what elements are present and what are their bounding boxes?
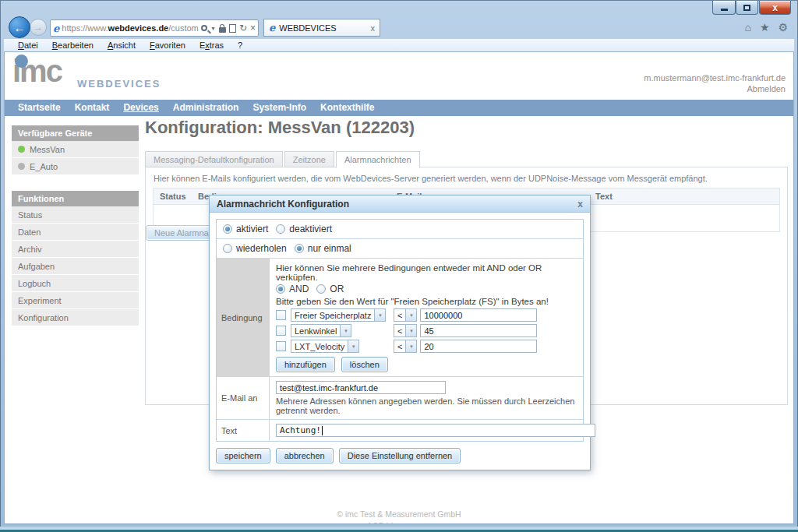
condition-checkbox[interactable] bbox=[276, 341, 286, 351]
tab-zeitzone[interactable]: Zeitzone bbox=[284, 151, 334, 167]
status-dot-green bbox=[18, 146, 25, 153]
menu-help[interactable]: ? bbox=[231, 41, 249, 50]
menu-extras[interactable]: Extras bbox=[192, 41, 231, 50]
search-dropdown-icon[interactable]: ▼ bbox=[210, 26, 216, 31]
radio-nur-einmal[interactable]: nur einmal bbox=[295, 243, 351, 254]
col-status: Status bbox=[154, 188, 192, 204]
close-icon: x bbox=[772, 2, 778, 13]
browser-forward-button[interactable]: → bbox=[30, 19, 47, 36]
chevron-down-icon[interactable]: ▼ bbox=[340, 325, 351, 336]
col-text: Text bbox=[589, 188, 779, 204]
compatibility-view-icon[interactable] bbox=[229, 24, 236, 33]
menu-ansicht[interactable]: Ansicht bbox=[101, 41, 143, 50]
lock-icon bbox=[219, 27, 226, 33]
url-text[interactable]: https://www.webdevices.de/customer/d bbox=[62, 23, 199, 33]
sidebar-item-daten[interactable]: Daten bbox=[12, 224, 139, 241]
text-input[interactable]: Achtung! bbox=[276, 424, 595, 437]
cancel-button[interactable]: abbrechen bbox=[276, 448, 334, 463]
channel-select[interactable]: Lenkwinkel▼ bbox=[291, 324, 351, 337]
menu-favoriten[interactable]: Favoriten bbox=[143, 41, 192, 50]
nav-system-info[interactable]: System-Info bbox=[245, 100, 313, 116]
menu-datei[interactable]: Datei bbox=[11, 41, 45, 50]
dialog-close-icon[interactable]: x bbox=[577, 199, 583, 210]
condition-checkbox[interactable] bbox=[276, 310, 286, 320]
window-minimize-button[interactable] bbox=[712, 1, 736, 15]
sidebar-item-konfiguration[interactable]: Konfiguration bbox=[12, 309, 139, 326]
sidebar-device-messvan[interactable]: MessVan bbox=[12, 141, 139, 158]
add-condition-button[interactable]: hinzufügen bbox=[276, 357, 335, 372]
nav-kontakt[interactable]: Kontakt bbox=[68, 100, 117, 116]
dialog-titlebar[interactable]: Alarmnachricht Konfiguration x bbox=[210, 196, 590, 213]
radio-icon[interactable] bbox=[223, 224, 232, 234]
channel-select[interactable]: Freier Speicherplatz▼ bbox=[291, 308, 386, 322]
tab-favicon: e bbox=[269, 23, 275, 33]
sidebar-devices-header: Verfügbare Geräte bbox=[12, 125, 139, 141]
radio-icon[interactable] bbox=[276, 284, 285, 294]
menu-bar: Datei Bearbeiten Ansicht Favoriten Extra… bbox=[4, 39, 794, 51]
browser-tab[interactable]: e WEBDEVICES x bbox=[263, 19, 380, 37]
radio-or[interactable]: OR bbox=[316, 284, 344, 294]
operator-select[interactable]: <▼ bbox=[394, 324, 417, 337]
sidebar-item-archiv[interactable]: Archiv bbox=[12, 241, 139, 258]
email-label: E-Mail an bbox=[217, 377, 270, 419]
window-maximize-button[interactable] bbox=[736, 1, 758, 15]
chevron-down-icon[interactable]: ▼ bbox=[405, 309, 416, 321]
home-icon[interactable]: ⌂ bbox=[744, 21, 750, 33]
sidebar-functions-header: Funktionen bbox=[12, 191, 139, 206]
radio-icon[interactable] bbox=[295, 244, 304, 253]
radio-icon[interactable] bbox=[316, 284, 326, 294]
value-input[interactable]: 20 bbox=[420, 340, 537, 353]
operator-select[interactable]: <▼ bbox=[394, 340, 417, 353]
browser-back-button[interactable]: ← bbox=[9, 16, 30, 38]
radio-aktiviert[interactable]: aktiviert bbox=[223, 224, 268, 234]
alarm-config-dialog: Alarmnachricht Konfiguration x aktiviert… bbox=[209, 195, 591, 470]
radio-deaktiviert[interactable]: deaktiviert bbox=[276, 224, 332, 234]
delete-condition-button[interactable]: löschen bbox=[341, 357, 388, 372]
sidebar-device-eauto[interactable]: E_Auto bbox=[12, 158, 139, 175]
radio-icon[interactable] bbox=[276, 224, 285, 234]
dialog-title: Alarmnachricht Konfiguration bbox=[217, 199, 349, 210]
tab-alarmnachrichten[interactable]: Alarmnachrichten bbox=[336, 151, 420, 168]
tab-title: WEBDEVICES bbox=[279, 23, 336, 33]
logout-link[interactable]: Abmelden bbox=[644, 83, 786, 94]
chevron-down-icon[interactable]: ▼ bbox=[374, 309, 385, 321]
nav-kontexthilfe[interactable]: Kontexthilfe bbox=[313, 100, 381, 116]
condition-checkbox[interactable] bbox=[276, 326, 286, 336]
chevron-down-icon[interactable]: ▼ bbox=[348, 340, 358, 352]
value-input[interactable]: 10000000 bbox=[420, 308, 537, 322]
channel-select[interactable]: LXT_Velocity▼ bbox=[291, 340, 359, 353]
address-bar[interactable]: e https://www.webdevices.de/customer/d ▼… bbox=[50, 19, 259, 37]
sidebar-item-logbuch[interactable]: Logbuch bbox=[12, 275, 139, 292]
tab-messaging-defaultkonfiguration[interactable]: Messaging-Defaultkonfiguration bbox=[145, 151, 283, 167]
nav-startseite[interactable]: Startseite bbox=[11, 100, 68, 116]
page-title: Konfiguration: MessVan (122203) bbox=[145, 118, 415, 138]
refresh-icon[interactable]: ↻ bbox=[239, 23, 247, 33]
sidebar-item-experiment[interactable]: Experiment bbox=[12, 292, 139, 309]
chevron-down-icon[interactable]: ▼ bbox=[405, 340, 416, 352]
condition-hint-2: Bitte geben Sie den Wert für "Freien Spe… bbox=[276, 297, 577, 306]
remove-setting-button[interactable]: Diese Einstellung entfernen bbox=[339, 448, 461, 463]
favorites-star-icon[interactable]: ★ bbox=[760, 21, 770, 33]
product-name: WEBDEVICES bbox=[77, 78, 161, 90]
nav-administration[interactable]: Administration bbox=[166, 100, 246, 116]
imc-logo[interactable]: imc bbox=[12, 55, 62, 86]
tab-close-icon[interactable]: x bbox=[371, 23, 376, 33]
footer-links[interactable]: AGB | Impressum bbox=[5, 520, 793, 524]
menu-bearbeiten[interactable]: Bearbeiten bbox=[45, 41, 101, 50]
operator-select[interactable]: <▼ bbox=[394, 308, 417, 322]
gear-icon[interactable]: ⚙ bbox=[778, 21, 788, 33]
save-button[interactable]: speichern bbox=[216, 448, 270, 463]
radio-icon[interactable] bbox=[223, 244, 232, 253]
stop-icon[interactable]: × bbox=[250, 23, 256, 33]
ie-favicon: e bbox=[53, 23, 59, 33]
chevron-down-icon[interactable]: ▼ bbox=[405, 325, 416, 336]
radio-and[interactable]: AND bbox=[276, 284, 309, 294]
search-icon[interactable] bbox=[201, 25, 207, 31]
email-input[interactable]: test@test.imc-frankfurt.de bbox=[276, 381, 446, 394]
window-close-button[interactable]: x bbox=[759, 1, 791, 15]
nav-devices[interactable]: Devices bbox=[116, 100, 165, 116]
sidebar-item-aufgaben[interactable]: Aufgaben bbox=[12, 258, 139, 275]
value-input[interactable]: 45 bbox=[420, 324, 537, 337]
radio-wiederholen[interactable]: wiederholen bbox=[223, 243, 287, 254]
sidebar-item-status[interactable]: Status bbox=[12, 206, 139, 224]
